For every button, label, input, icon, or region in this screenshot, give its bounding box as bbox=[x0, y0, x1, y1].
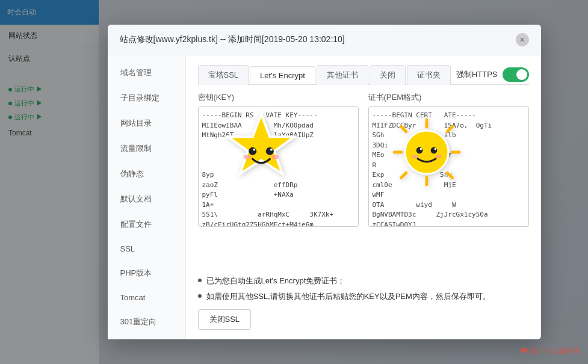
https-toggle-group: 强制HTTPS bbox=[456, 67, 529, 82]
key-column: 密钥(KEY) -----BEGIN RS VATE KEY----- MIIE… bbox=[198, 92, 359, 268]
tab-othercert[interactable]: 其他证书 bbox=[317, 65, 368, 85]
nav-item-subdir[interactable]: 子目录绑定 bbox=[108, 85, 185, 111]
cert-label: 证书(PEM格式) bbox=[368, 92, 529, 103]
tab-letsencrypt[interactable]: Let's Encrypt bbox=[250, 66, 315, 84]
nav-item-default[interactable]: 默认文档 bbox=[108, 187, 185, 212]
modal-main-content: 宝塔SSL Let's Encrypt 其他证书 关闭 证书夹 强制HTTPS … bbox=[186, 55, 541, 339]
bullet-list: 已为您自动生成Let's Encrypt免费证书； 如需使用其他SSL,请切换其… bbox=[198, 276, 529, 302]
modal-nav: 域名管理 子目录绑定 网站目录 流量限制 伪静态 默认文档 配置文件 SSL P… bbox=[108, 55, 186, 339]
bullet-item-2: 如需使用其他SSL,请切换其他证书后粘贴您的KEY以及PEM内容，然后保存即可。 bbox=[198, 291, 529, 302]
watermark: ❤ 值丨什么值得买 bbox=[520, 345, 581, 357]
nav-item-php[interactable]: PHP版本 bbox=[108, 261, 185, 286]
modal-close-button[interactable]: × bbox=[516, 33, 529, 46]
tab-certfolder[interactable]: 证书夹 bbox=[407, 65, 451, 85]
cert-textarea[interactable]: -----BEGIN CERT ATE----- MIIFZDCCByr ISA… bbox=[368, 106, 529, 227]
nav-item-traffic[interactable]: 流量限制 bbox=[108, 136, 185, 161]
tab-baota[interactable]: 宝塔SSL bbox=[198, 65, 249, 85]
watermark-text: 值丨什么值得买 bbox=[530, 346, 581, 356]
close-ssl-button[interactable]: 关闭SSL bbox=[198, 309, 252, 330]
bullet-dot-2 bbox=[198, 294, 202, 298]
cert-row: 密钥(KEY) -----BEGIN RS VATE KEY----- MIIE… bbox=[198, 92, 529, 268]
tab-close[interactable]: 关闭 bbox=[370, 65, 406, 85]
nav-item-tomcat[interactable]: Tomcat bbox=[108, 286, 185, 309]
modal-overlay: 站点修改[www.yf2kplus.tk] -- 添加时间[2019-05-20… bbox=[0, 0, 588, 364]
nav-item-domain[interactable]: 域名管理 bbox=[108, 60, 185, 85]
https-toggle-switch[interactable] bbox=[503, 67, 529, 82]
nav-item-webdir[interactable]: 网站目录 bbox=[108, 111, 185, 136]
nav-item-config[interactable]: 配置文件 bbox=[108, 212, 185, 237]
nav-item-pseudo[interactable]: 伪静态 bbox=[108, 161, 185, 187]
nav-item-redirect[interactable]: 301重定向 bbox=[108, 309, 185, 335]
bullet-text-1: 已为您自动生成Let's Encrypt免费证书； bbox=[206, 276, 345, 286]
modal-dialog: 站点修改[www.yf2kplus.tk] -- 添加时间[2019-05-20… bbox=[108, 25, 541, 339]
bullet-item-1: 已为您自动生成Let's Encrypt免费证书； bbox=[198, 276, 529, 286]
nav-item-ssl[interactable]: SSL bbox=[108, 237, 185, 261]
bullet-dot-1 bbox=[198, 279, 202, 282]
cert-column: 证书(PEM格式) -----BEGIN CERT ATE----- MIIFZ… bbox=[368, 92, 529, 268]
key-textarea[interactable]: -----BEGIN RS VATE KEY----- MIIEowIBAA M… bbox=[198, 106, 359, 227]
bullet-text-2: 如需使用其他SSL,请切换其他证书后粘贴您的KEY以及PEM内容，然后保存即可。 bbox=[206, 291, 491, 302]
modal-title: 站点修改[www.yf2kplus.tk] -- 添加时间[2019-05-20… bbox=[120, 34, 345, 45]
key-label: 密钥(KEY) bbox=[198, 92, 359, 103]
https-toggle-label: 强制HTTPS bbox=[456, 69, 498, 80]
tab-bar: 宝塔SSL Let's Encrypt 其他证书 关闭 证书夹 强制HTTPS bbox=[198, 65, 529, 85]
modal-header: 站点修改[www.yf2kplus.tk] -- 添加时间[2019-05-20… bbox=[108, 25, 541, 55]
modal-body: 域名管理 子目录绑定 网站目录 流量限制 伪静态 默认文档 配置文件 SSL P… bbox=[108, 55, 541, 339]
watermark-icon: ❤ bbox=[520, 345, 528, 357]
